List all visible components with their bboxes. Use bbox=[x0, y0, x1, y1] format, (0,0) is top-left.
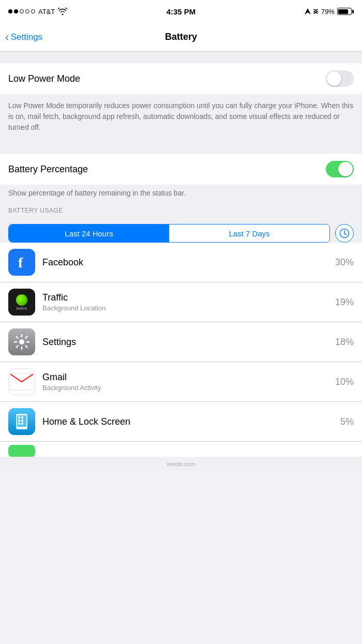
signal-dot-2 bbox=[14, 9, 18, 13]
facebook-app-info: Facebook bbox=[42, 257, 335, 268]
status-bar: AT&T 4:35 PM 79% bbox=[0, 0, 362, 23]
facebook-app-name: Facebook bbox=[42, 257, 335, 268]
last-7-days-button[interactable]: Last 7 Days bbox=[169, 224, 329, 242]
last-24-hours-button[interactable]: Last 24 Hours bbox=[9, 224, 169, 242]
app-usage-list: f Facebook 30% INRIX Traffic Background … bbox=[0, 243, 362, 441]
bluetooth-icon bbox=[313, 8, 319, 15]
traffic-app-icon: INRIX bbox=[8, 289, 35, 316]
battery-percentage-description: Show percentage of battery remaining in … bbox=[0, 185, 362, 200]
settings-app-icon bbox=[8, 328, 35, 355]
low-power-mode-toggle[interactable] bbox=[326, 70, 354, 87]
traffic-app-subtitle: Background Location bbox=[42, 304, 335, 312]
facebook-app-percentage: 30% bbox=[335, 257, 354, 268]
low-power-mode-description-text: Low Power Mode temporarily reduces power… bbox=[8, 100, 354, 133]
signal-dot-1 bbox=[8, 9, 12, 13]
svg-rect-8 bbox=[18, 416, 20, 418]
traffic-app-info: Traffic Background Location bbox=[42, 292, 335, 312]
toggle-knob-2 bbox=[338, 162, 353, 176]
battery-percentage-section: Battery Percentage bbox=[0, 154, 362, 185]
traffic-green-dot bbox=[16, 294, 27, 306]
traffic-app-name: Traffic bbox=[42, 292, 335, 303]
gmail-app-name: Gmail bbox=[42, 372, 335, 383]
toggle-knob bbox=[327, 71, 341, 86]
back-button[interactable]: ‹ Settings bbox=[5, 32, 42, 42]
app-row-facebook[interactable]: f Facebook 30% bbox=[0, 243, 362, 282]
page-title: Battery bbox=[165, 32, 197, 42]
time-selector[interactable]: Last 24 Hours Last 7 Days bbox=[8, 224, 330, 243]
time-selector-wrapper: Last 24 Hours Last 7 Days bbox=[0, 218, 362, 243]
homescreen-app-name: Home & Lock Screen bbox=[42, 416, 340, 427]
facebook-app-icon: f bbox=[8, 249, 35, 276]
svg-rect-13 bbox=[18, 423, 20, 425]
settings-app-info: Settings bbox=[42, 337, 335, 348]
svg-rect-9 bbox=[21, 416, 23, 418]
settings-app-percentage: 18% bbox=[335, 337, 354, 348]
app-row-homescreen[interactable]: Home & Lock Screen 5% bbox=[0, 402, 362, 441]
battery-percentage-description-text: Show percentage of battery remaining in … bbox=[8, 189, 354, 197]
status-time: 4:35 PM bbox=[167, 7, 196, 16]
homescreen-app-info: Home & Lock Screen bbox=[42, 416, 340, 427]
battery-percentage-row: Battery Percentage bbox=[0, 154, 362, 185]
low-power-mode-label: Low Power Mode bbox=[8, 73, 80, 84]
battery-percentage-toggle[interactable] bbox=[326, 161, 354, 177]
signal-dot-3 bbox=[20, 9, 24, 13]
watermark: wsxdn.com bbox=[0, 457, 362, 471]
battery-percentage-label: Battery Percentage bbox=[8, 164, 88, 175]
nav-bar: ‹ Settings Battery bbox=[0, 23, 362, 52]
traffic-inrix-label: INRIX bbox=[16, 307, 27, 310]
low-power-mode-description: Low Power Mode temporarily reduces power… bbox=[0, 94, 362, 142]
partial-row bbox=[0, 441, 362, 457]
gmail-app-percentage: 10% bbox=[335, 377, 354, 387]
svg-rect-11 bbox=[18, 420, 20, 422]
section-gap-top bbox=[0, 52, 362, 63]
gmail-app-info: Gmail Background Activity bbox=[42, 372, 335, 392]
battery-usage-label: BATTERY USAGE bbox=[8, 207, 63, 214]
battery-icon bbox=[337, 8, 354, 15]
svg-rect-14 bbox=[21, 423, 23, 425]
svg-marker-0 bbox=[305, 8, 311, 14]
section-gap-2 bbox=[0, 142, 362, 154]
signal-dots bbox=[8, 9, 35, 13]
homescreen-app-icon bbox=[8, 408, 35, 435]
low-power-mode-row: Low Power Mode bbox=[0, 63, 362, 94]
status-right: 79% bbox=[281, 8, 354, 16]
wifi-icon bbox=[58, 8, 67, 15]
low-power-mode-section: Low Power Mode bbox=[0, 63, 362, 94]
gmail-app-subtitle: Background Activity bbox=[42, 384, 335, 392]
svg-text:f: f bbox=[18, 254, 23, 270]
app-row-settings[interactable]: Settings 18% bbox=[0, 322, 362, 362]
back-label: Settings bbox=[11, 32, 42, 42]
traffic-app-percentage: 19% bbox=[335, 297, 354, 308]
clock-icon[interactable] bbox=[335, 224, 354, 243]
back-chevron-icon: ‹ bbox=[5, 32, 9, 42]
svg-point-7 bbox=[21, 427, 23, 429]
signal-dot-5 bbox=[31, 9, 35, 13]
signal-dot-4 bbox=[25, 9, 29, 13]
battery-percentage: 79% bbox=[321, 8, 335, 16]
location-icon bbox=[305, 8, 311, 14]
app-row-gmail[interactable]: Gmail Background Activity 10% bbox=[0, 362, 362, 402]
svg-point-3 bbox=[19, 339, 24, 345]
gmail-app-icon bbox=[8, 368, 35, 395]
carrier-label: AT&T bbox=[38, 8, 55, 16]
homescreen-app-percentage: 5% bbox=[340, 416, 354, 427]
settings-app-name: Settings bbox=[42, 337, 335, 348]
status-left: AT&T bbox=[8, 8, 81, 16]
svg-rect-12 bbox=[21, 420, 23, 422]
app-row-traffic[interactable]: INRIX Traffic Background Location 19% bbox=[0, 282, 362, 322]
battery-usage-section-label: BATTERY USAGE bbox=[0, 200, 362, 218]
